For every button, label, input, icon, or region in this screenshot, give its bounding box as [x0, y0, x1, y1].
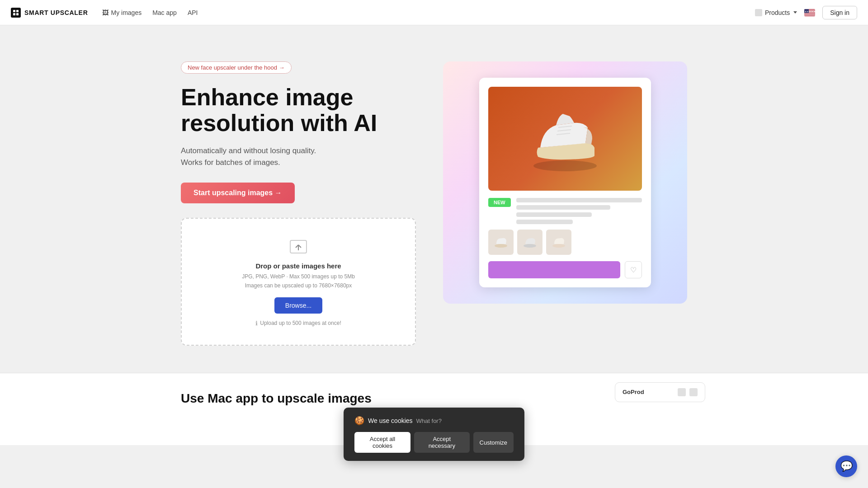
accept-necessary-button[interactable]: Accept necessary: [414, 432, 470, 453]
hero-section: New face upscaler under the hood → Enhan…: [163, 25, 705, 373]
chat-button[interactable]: 💬: [835, 455, 857, 477]
card-line-3: [516, 212, 592, 217]
cookie-buttons: Accept all cookies Accept necessary Cust…: [354, 432, 514, 453]
brand-name: SMART UPSCALER: [24, 9, 88, 16]
navbar-right: Products ★★★★★★★★★★★★★★★★★★★★★★★★★★★★★★★…: [755, 6, 857, 19]
svg-point-20: [552, 244, 565, 248]
goprod-icon-1: [678, 388, 686, 396]
thumbnail-1[interactable]: [488, 230, 514, 255]
products-button[interactable]: Products: [755, 9, 797, 16]
card-line-4: [516, 220, 573, 224]
nav-links: 🖼 My images Mac app API: [102, 9, 198, 16]
dropzone-title: Drop or paste images here: [255, 262, 341, 270]
hero-right: NEW: [443, 61, 687, 304]
heart-icon: ♡: [630, 266, 637, 274]
product-card-image: [488, 87, 642, 191]
dropzone-subtitle: JPG, PNG, WebP · Max 500 images up to 5M…: [242, 272, 355, 290]
nav-api[interactable]: API: [188, 9, 198, 16]
info-icon: ℹ: [255, 320, 258, 327]
customize-cookies-button[interactable]: Customize: [473, 432, 514, 453]
cookie-text: We use cookies: [368, 417, 413, 424]
card-meta: NEW: [488, 198, 642, 224]
nav-mac-app[interactable]: Mac app: [152, 9, 177, 16]
svg-rect-8: [804, 13, 815, 13]
upload-note: ℹ Upload up to 500 images at once!: [255, 320, 341, 327]
card-lines: [516, 198, 642, 224]
card-line-2: [516, 205, 611, 210]
upload-icon: [288, 237, 308, 257]
card-badge-green: NEW: [488, 198, 511, 207]
language-flag-icon[interactable]: ★★★★★★★★★★★★★★★★★★★★★★★★★★★★★★★★★★★★★★★★…: [804, 9, 815, 16]
svg-rect-9: [804, 14, 815, 14]
svg-text:★★★★★★★★★★★★★★★★★★★★★★★★★★★★★★: ★★★★★★★★★★★★★★★★★★★★★★★★★★★★★★★★★★★★★★★★…: [805, 10, 816, 13]
goprod-label: GoProd: [623, 389, 644, 395]
signin-button[interactable]: Sign in: [822, 6, 857, 19]
svg-point-18: [495, 244, 507, 248]
logo-icon: [11, 8, 21, 18]
my-images-icon: 🖼: [102, 9, 108, 16]
accept-all-cookies-button[interactable]: Accept all cookies: [354, 432, 410, 453]
card-thumbnails: [488, 230, 642, 255]
cookie-icon: 🍪: [354, 416, 364, 426]
svg-rect-2: [13, 13, 15, 15]
cookie-banner: 🍪 We use cookies What for? Accept all co…: [344, 408, 524, 461]
products-icon: [755, 9, 762, 16]
dropzone[interactable]: Drop or paste images here JPG, PNG, WebP…: [181, 218, 416, 345]
goprod-icons: [678, 388, 698, 396]
hero-left: New face upscaler under the hood → Enhan…: [181, 61, 416, 346]
hero-badge[interactable]: New face upscaler under the hood →: [181, 61, 292, 74]
goprod-preview: GoProd: [615, 382, 705, 402]
browse-button[interactable]: Browse...: [274, 297, 322, 314]
cookie-header: 🍪 We use cookies What for?: [354, 416, 514, 426]
cta-button[interactable]: Start upscaling images →: [181, 183, 295, 203]
nav-my-images[interactable]: 🖼 My images: [102, 9, 142, 16]
chat-icon: 💬: [840, 460, 853, 472]
product-card: NEW: [479, 78, 651, 287]
add-to-cart-button[interactable]: [488, 261, 620, 278]
goprod-icon-2: [689, 388, 698, 396]
product-showcase: NEW: [443, 61, 687, 304]
thumbnail-3[interactable]: [546, 230, 571, 255]
wishlist-button[interactable]: ♡: [625, 261, 642, 278]
chevron-down-icon: [793, 11, 797, 14]
svg-rect-1: [16, 10, 19, 12]
hero-subtitle: Automatically and without losing quality…: [181, 145, 416, 168]
card-footer: ♡: [488, 261, 642, 278]
brand-logo[interactable]: SMART UPSCALER: [11, 8, 88, 18]
cookie-what-for[interactable]: What for?: [416, 418, 442, 424]
svg-rect-3: [16, 13, 19, 15]
svg-point-19: [524, 244, 536, 248]
thumbnail-2[interactable]: [517, 230, 542, 255]
navbar: SMART UPSCALER 🖼 My images Mac app API P…: [0, 0, 868, 25]
svg-point-14: [533, 160, 597, 171]
bottom-section-title: Use Mac app to upscale images: [181, 391, 687, 406]
svg-rect-10: [804, 15, 815, 15]
svg-rect-0: [13, 10, 15, 12]
card-line-1: [516, 198, 642, 202]
hero-title: Enhance image resolution with AI: [181, 84, 416, 136]
